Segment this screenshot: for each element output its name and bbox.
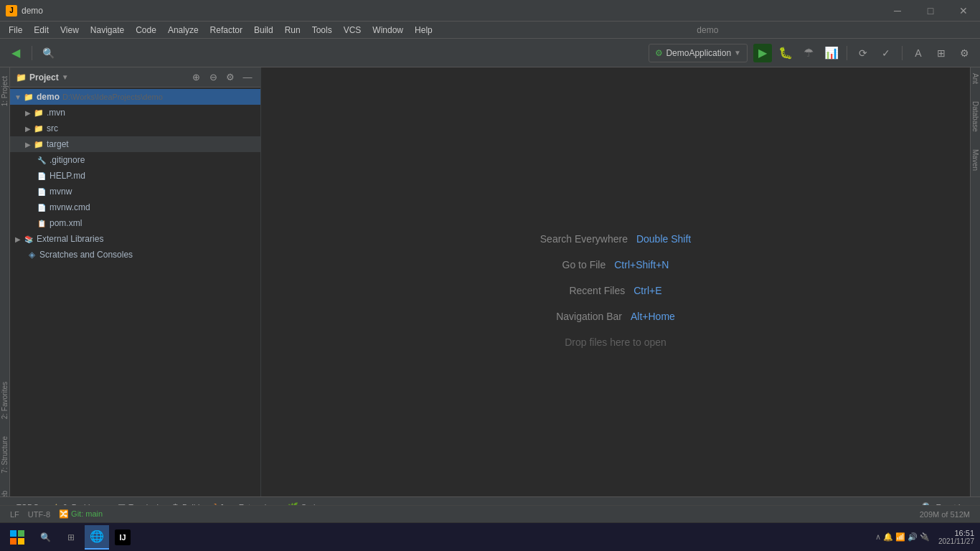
project-icon-expand[interactable]: ⊕ [189, 70, 203, 85]
minimize-button[interactable]: ─ [881, 0, 914, 22]
project-tree[interactable]: ▼ 📁 demo D:\Works\IdeaProjects\demo ▶ 📁 … [10, 88, 260, 514]
menu-file[interactable]: File [3, 24, 28, 37]
tree-item-gitignore-name: .gitignore [50, 155, 85, 165]
right-tab-database[interactable]: Database [970, 95, 980, 138]
tree-arrow-target: ▶ [23, 139, 33, 149]
tree-item-help-md[interactable]: 📄 HELP.md [10, 168, 260, 184]
tree-item-mvnw[interactable]: 📄 mvnw [10, 184, 260, 199]
tree-arrow-root: ▼ [13, 92, 23, 102]
folder-icon-src: 📁 [33, 123, 44, 134]
project-icon-hide[interactable]: — [240, 70, 255, 85]
hint-label-goto: Go to File [562, 259, 606, 270]
start-button[interactable] [3, 525, 32, 550]
scratch-icon: ◈ [26, 249, 37, 260]
tree-arrow-mvn: ▶ [23, 108, 33, 118]
status-git[interactable]: 🔀 Git: main [55, 509, 107, 519]
maximize-button[interactable]: □ [914, 0, 947, 22]
debug-button[interactable]: 🐛 [776, 44, 795, 62]
translate-button[interactable]: A [908, 43, 928, 63]
folder-icon: 📁 [16, 72, 27, 83]
status-memory[interactable]: 209M of 512M [915, 510, 974, 519]
status-utf8[interactable]: UTF-8 [24, 510, 55, 519]
taskbar-edge[interactable]: 🌐 [85, 525, 109, 550]
tree-item-pom-xml[interactable]: 📋 pom.xml [10, 215, 260, 231]
taskbar-intellij[interactable]: IJ [110, 525, 135, 550]
right-tab-maven[interactable]: Maven [970, 143, 980, 176]
tree-item-scratches-name: Scratches and Consoles [39, 250, 133, 260]
run-config-chevron: ▼ [734, 49, 741, 57]
menu-analyze[interactable]: Analyze [162, 24, 204, 37]
project-icon-collapse[interactable]: ⊖ [206, 70, 220, 85]
menu-window[interactable]: Window [367, 24, 409, 37]
status-lf[interactable]: LF [6, 510, 24, 519]
menu-edit[interactable]: Edit [28, 24, 55, 37]
panel-label-project[interactable]: 1: Project [0, 67, 10, 115]
menu-help[interactable]: Help [409, 24, 438, 37]
tree-item-src-name: src [47, 123, 58, 133]
tree-item-mvnw-cmd[interactable]: 📄 mvnw.cmd [10, 199, 260, 215]
profile-button[interactable]: 📊 [822, 44, 841, 62]
vcs-update-button[interactable]: ⟳ [853, 43, 873, 63]
hint-shortcut-nav: Alt+Home [631, 311, 675, 322]
coverage-button[interactable]: ☂ [799, 44, 818, 62]
tree-item-mvn[interactable]: ▶ 📁 .mvn [10, 105, 260, 121]
hint-shortcut-search: Double Shift [636, 233, 691, 245]
tree-item-external-libraries[interactable]: ▶ 📚 External Libraries [10, 231, 260, 247]
tree-item-mvnw-name: mvnw [50, 187, 72, 197]
hint-shortcut-recent: Ctrl+E [633, 285, 661, 296]
menu-run[interactable]: Run [279, 24, 306, 37]
right-tab-ant[interactable]: Ant [970, 67, 980, 90]
menu-refactor[interactable]: Refactor [204, 24, 248, 37]
menu-bar: File Edit View Navigate Code Analyze Ref… [0, 22, 980, 39]
menu-view[interactable]: View [55, 24, 85, 37]
svg-rect-0 [10, 530, 17, 537]
project-icon-settings[interactable]: ⚙ [223, 70, 237, 85]
tree-item-pom-xml-name: pom.xml [50, 218, 82, 228]
file-icon-mvnw-cmd: 📄 [36, 202, 47, 213]
tree-item-src[interactable]: ▶ 📁 src [10, 121, 260, 136]
menu-navigate[interactable]: Navigate [85, 24, 130, 37]
file-icon-mvnw: 📄 [36, 186, 47, 197]
lib-icon-ext: 📚 [23, 233, 34, 245]
project-header-icons: ⊕ ⊖ ⚙ — [189, 70, 255, 85]
run-config-icon: ⚙ [655, 48, 663, 58]
toolbar-sep-2 [847, 46, 847, 60]
project-panel: 📁 Project ▼ ⊕ ⊖ ⚙ — ▼ 📁 demo D:\Works\Id… [10, 67, 261, 514]
run-button[interactable]: ▶ [753, 44, 772, 62]
tree-item-gitignore[interactable]: 🔧 .gitignore [10, 152, 260, 168]
tree-item-target[interactable]: ▶ 📁 target [10, 136, 260, 152]
layout-button[interactable]: ⊞ [931, 43, 951, 63]
close-button[interactable]: ✕ [947, 0, 980, 22]
toolbar-sep-1 [32, 46, 32, 60]
menu-code[interactable]: Code [130, 24, 162, 37]
clock[interactable]: 16:51 2021/11/27 [938, 529, 974, 545]
tree-item-ext-libs-name: External Libraries [37, 234, 103, 244]
search-taskbar[interactable]: 🔍 [33, 525, 57, 550]
hint-nav-bar: Navigation Bar Alt+Home [556, 311, 675, 322]
project-panel-title: 📁 Project ▼ [16, 72, 69, 83]
project-dropdown-icon[interactable]: ▼ [62, 73, 69, 81]
taskview-button[interactable]: ⊞ [59, 525, 83, 550]
folder-icon-mvn: 📁 [33, 107, 44, 118]
hint-recent-files: Recent Files Ctrl+E [569, 285, 661, 296]
menu-tools[interactable]: Tools [306, 24, 338, 37]
menu-vcs[interactable]: VCS [338, 24, 367, 37]
hint-label-nav: Navigation Bar [556, 311, 622, 322]
panel-label-favorites[interactable]: 2: Favorites [0, 373, 10, 428]
toolbar-search-everywhere[interactable]: 🔍 [38, 43, 58, 63]
tree-item-root[interactable]: ▼ 📁 demo D:\Works\IdeaProjects\demo [10, 89, 260, 105]
file-icon-help-md: 📄 [36, 170, 47, 182]
panel-label-structure[interactable]: 7: Structure [0, 428, 10, 482]
svg-rect-3 [18, 538, 24, 545]
tree-item-help-md-name: HELP.md [50, 171, 85, 181]
left-panel-labels: 1: Project 2: Favorites 7: Structure Web [0, 67, 10, 514]
commit-button[interactable]: ✓ [876, 43, 896, 63]
settings-button[interactable]: ⚙ [954, 43, 974, 63]
toolbar-back-btn[interactable]: ◀ [6, 43, 26, 63]
menu-build[interactable]: Build [248, 24, 279, 37]
run-config-dropdown[interactable]: ⚙ DemoApplication ▼ [649, 44, 748, 62]
toolbar-sep-3 [902, 46, 903, 60]
app-icon: J [6, 5, 17, 17]
tree-item-scratches[interactable]: ◈ Scratches and Consoles [10, 247, 260, 263]
status-bar: LF UTF-8 🔀 Git: main 209M of 512M [0, 505, 980, 522]
